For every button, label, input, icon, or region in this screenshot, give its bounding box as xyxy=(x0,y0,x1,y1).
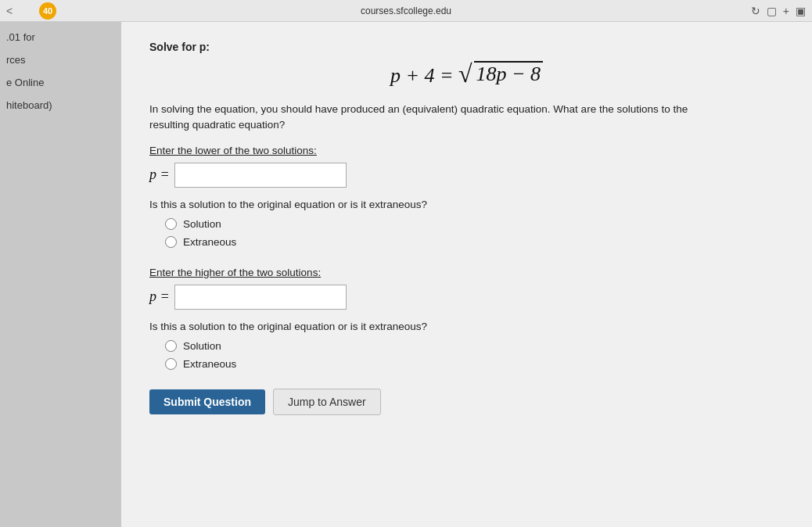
higher-solution-radio[interactable] xyxy=(165,340,177,352)
lower-answer-input[interactable] xyxy=(174,163,347,188)
lower-section-label: Enter the lower of the two solutions: xyxy=(149,145,784,156)
refresh-icon[interactable]: ↻ xyxy=(751,5,760,17)
sqrt-symbol: √ xyxy=(458,61,472,86)
higher-answer-input[interactable] xyxy=(174,285,347,310)
fullscreen-icon[interactable]: ▣ xyxy=(796,5,806,17)
equation-lhs: p + 4 = xyxy=(390,64,458,87)
equation-sqrt: √18p − 8 xyxy=(458,61,543,86)
url-bar: courses.sfcollege.edu xyxy=(361,5,451,16)
window-icon[interactable]: ▢ xyxy=(767,5,777,17)
lower-solution-section: Enter the lower of the two solutions: p … xyxy=(149,145,784,248)
lower-solution-label: Solution xyxy=(183,218,221,230)
equation-display: p + 4 = √18p − 8 xyxy=(149,61,784,88)
plus-icon[interactable]: + xyxy=(783,5,789,17)
higher-input-row: p = xyxy=(149,285,784,310)
browser-bar: < 40 courses.sfcollege.edu ↻ ▢ + ▣ xyxy=(0,0,812,22)
lower-extraneous-label: Extraneous xyxy=(183,236,236,248)
lower-solution-radio[interactable] xyxy=(165,218,177,230)
problem-description: In solving the equation, you should have… xyxy=(149,102,713,134)
lower-radio-group: Solution Extraneous xyxy=(149,218,784,248)
sidebar-item-online[interactable]: e Online xyxy=(6,77,115,88)
higher-input-label: p = xyxy=(149,289,170,305)
problem-title: Solve for p: xyxy=(149,41,784,53)
button-row: Submit Question Jump to Answer xyxy=(149,389,784,415)
browser-icons: ↻ ▢ + ▣ xyxy=(751,5,806,17)
higher-solution-option[interactable]: Solution xyxy=(165,340,784,352)
submit-button[interactable]: Submit Question xyxy=(149,389,265,414)
sidebar-item-whiteboard[interactable]: hiteboard) xyxy=(6,99,115,111)
sqrt-content: 18p − 8 xyxy=(474,61,544,86)
sidebar-item-01for[interactable]: .01 for xyxy=(6,31,115,43)
jump-to-answer-button[interactable]: Jump to Answer xyxy=(273,389,381,415)
lower-input-row: p = xyxy=(149,163,784,188)
badge-40: 40 xyxy=(39,2,56,20)
main-layout: .01 for rces e Online hiteboard) Solve f… xyxy=(0,22,812,527)
higher-solution-label: Solution xyxy=(183,340,221,352)
higher-radio-group: Solution Extraneous xyxy=(149,340,784,370)
content-area: Solve for p: p + 4 = √18p − 8 In solving… xyxy=(121,22,812,527)
lower-solution-option[interactable]: Solution xyxy=(165,218,784,230)
higher-extraneous-radio[interactable] xyxy=(165,358,177,370)
lower-radio-question: Is this a solution to the original equat… xyxy=(149,199,784,210)
higher-extraneous-option[interactable]: Extraneous xyxy=(165,358,784,370)
back-arrow[interactable]: < xyxy=(6,5,13,17)
lower-extraneous-radio[interactable] xyxy=(165,236,177,248)
higher-section-label: Enter the higher of the two solutions: xyxy=(149,267,784,278)
higher-solution-section: Enter the higher of the two solutions: p… xyxy=(149,267,784,370)
higher-radio-question: Is this a solution to the original equat… xyxy=(149,321,784,332)
higher-extraneous-label: Extraneous xyxy=(183,358,236,370)
sidebar-item-rces[interactable]: rces xyxy=(6,54,115,66)
sidebar: .01 for rces e Online hiteboard) xyxy=(0,22,121,527)
lower-extraneous-option[interactable]: Extraneous xyxy=(165,236,784,248)
lower-input-label: p = xyxy=(149,167,170,183)
